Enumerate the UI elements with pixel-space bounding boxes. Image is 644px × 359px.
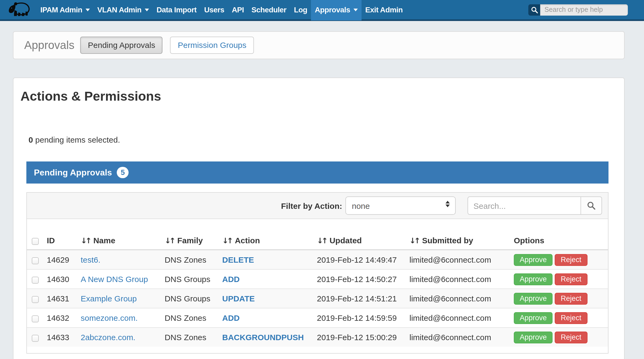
row-name-link[interactable]: somezone.com. [81,313,138,322]
nav-item-users[interactable]: Users [200,0,228,20]
reject-button[interactable]: Reject [555,273,588,285]
row-family: DNS Zones [165,313,206,322]
sort-icon[interactable]: ↓↑ [165,236,174,245]
select-arrows-icon [445,201,450,207]
column-header-id: ID [47,231,81,250]
sort-icon[interactable]: ↓↑ [409,236,419,245]
column-header-label: Name [93,236,115,245]
row-checkbox[interactable] [32,315,39,322]
row-submitted-by: limited@6connect.com [409,294,491,303]
nav-item-data-import[interactable]: Data Import [153,0,200,20]
chevron-down-icon [353,8,358,11]
row-name-link[interactable]: 2abczone.com. [81,333,135,342]
breadcrumb-title: Approvals [24,39,75,52]
nav-item-log[interactable]: Log [290,0,311,20]
row-submitted-by: limited@6connect.com [409,313,491,322]
filter-action-value: none [352,201,370,210]
chevron-down-icon [86,8,90,11]
nav-item-scheduler[interactable]: Scheduler [248,0,290,20]
search-icon[interactable] [528,4,540,15]
row-name-link[interactable]: Example Group [81,294,137,303]
navbar: IPAM AdminVLAN AdminData ImportUsersAPIS… [0,0,644,21]
row-updated: 2019-Feb-12 14:49:47 [317,255,397,264]
row-checkbox[interactable] [32,257,39,264]
row-checkbox[interactable] [32,296,39,303]
reject-button[interactable]: Reject [555,331,588,343]
nav-item-exit-admin[interactable]: Exit Admin [362,0,406,20]
tab-pending-approvals[interactable]: Pending Approvals [80,37,163,54]
approve-button[interactable]: Approve [514,273,553,285]
table-wrap: ID↓↑Name↓↑Family↓↑Action↓↑Updated↓↑Submi… [27,219,608,353]
sort-icon[interactable]: ↓↑ [317,236,326,245]
row-submitted-by: limited@6connect.com [409,274,491,284]
row-submitted-by: limited@6connect.com [409,255,491,264]
approve-button[interactable]: Approve [514,293,553,304]
nav-item-label: Approvals [315,5,350,14]
tab-permission-groups[interactable]: Permission Groups [170,37,254,54]
row-family: DNS Zones [165,255,206,264]
row-updated: 2019-Feb-12 14:50:27 [317,274,397,284]
sort-icon[interactable]: ↓↑ [81,236,90,245]
reject-button[interactable]: Reject [555,254,588,266]
approve-button[interactable]: Approve [514,254,553,266]
pending-count-badge: 5 [117,167,129,178]
table-row: 14630A New DNS GroupDNS GroupsADD2019-Fe… [27,269,608,289]
nav-item-ipam-admin[interactable]: IPAM Admin [37,0,94,20]
column-header-updated[interactable]: ↓↑Updated [317,231,409,250]
row-id: 14630 [47,274,69,284]
select-all-checkbox[interactable] [32,238,39,245]
row-family: DNS Zones [165,333,206,342]
selected-count: 0 [29,135,33,144]
nav-item-label: VLAN Admin [97,5,141,14]
row-family: DNS Groups [165,274,210,284]
column-header-family[interactable]: ↓↑Family [165,231,222,250]
row-id: 14631 [47,294,69,303]
column-header-action[interactable]: ↓↑Action [222,231,317,250]
nav-item-label: Users [204,5,224,14]
reject-button[interactable]: Reject [555,312,588,324]
table-header-row: ID↓↑Name↓↑Family↓↑Action↓↑Updated↓↑Submi… [27,231,608,250]
row-id: 14633 [47,333,69,342]
table-body: 14629test6.DNS ZonesDELETE2019-Feb-12 14… [27,250,608,347]
row-action-link[interactable]: BACKGROUNDPUSH [222,333,304,342]
approve-button[interactable]: Approve [514,331,553,343]
sort-icon[interactable]: ↓↑ [222,236,232,245]
filter-by-action-label: Filter by Action: [281,201,342,210]
filter-action-select[interactable]: none [345,196,456,215]
reject-button[interactable]: Reject [555,293,588,304]
nav-item-label: Exit Admin [365,5,403,14]
breadcrumb-bar: Approvals Pending Approvals Permission G… [13,31,625,59]
row-checkbox[interactable] [32,335,39,342]
nav-item-label: Data Import [157,5,197,14]
grid-search-button[interactable] [581,196,602,215]
navbar-search [528,4,628,15]
nav-item-vlan-admin[interactable]: VLAN Admin [94,0,153,20]
row-action-link[interactable]: ADD [222,274,240,284]
selected-count-line: 0 pending items selected. [29,135,624,144]
row-name-link[interactable]: test6. [81,255,100,264]
approvals-grid: Filter by Action: none ID↓↑Na [26,192,608,354]
grid-search-input[interactable] [468,196,581,215]
nav-item-api[interactable]: API [228,0,248,20]
row-checkbox[interactable] [32,276,39,283]
row-action-link[interactable]: DELETE [222,255,254,264]
grid-search [468,196,602,215]
row-updated: 2019-Feb-12 14:51:21 [317,294,397,303]
column-header-name[interactable]: ↓↑Name [81,231,165,250]
page: IPAM AdminVLAN AdminData ImportUsersAPIS… [0,0,644,359]
approve-button[interactable]: Approve [514,312,553,324]
column-header-label: ID [47,236,55,245]
chevron-down-icon [145,8,149,11]
column-header-label: Family [177,236,203,245]
main-panel: Actions & Permissions 0 pending items se… [13,78,625,359]
navbar-search-input[interactable] [540,4,628,15]
row-action-link[interactable]: UPDATE [222,294,255,303]
approvals-table: ID↓↑Name↓↑Family↓↑Action↓↑Updated↓↑Submi… [27,231,608,347]
pending-approvals-header: Pending Approvals 5 [26,161,608,184]
row-id: 14629 [47,255,69,264]
pending-approvals-title: Pending Approvals [34,168,112,177]
row-action-link[interactable]: ADD [222,313,240,322]
nav-item-approvals[interactable]: Approvals [311,0,362,20]
column-header-submitted-by[interactable]: ↓↑Submitted by [409,231,514,250]
row-name-link[interactable]: A New DNS Group [81,274,148,284]
